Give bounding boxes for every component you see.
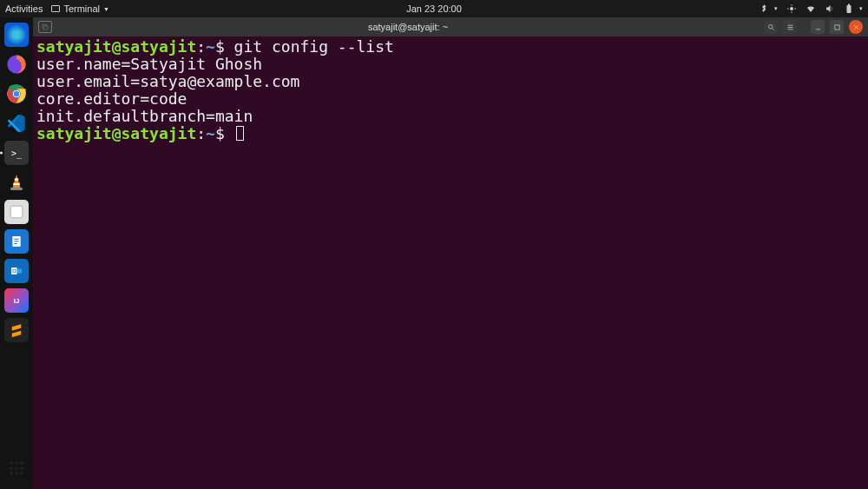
- svg-rect-5: [847, 5, 852, 13]
- minimize-icon: [814, 23, 822, 31]
- dock-files[interactable]: [4, 200, 29, 224]
- svg-rect-28: [16, 467, 18, 470]
- svg-rect-25: [16, 462, 18, 465]
- hamburger-icon: [786, 23, 794, 31]
- dock-writer[interactable]: [4, 229, 29, 254]
- svg-rect-41: [834, 24, 838, 29]
- svg-rect-27: [10, 467, 13, 470]
- svg-line-36: [772, 28, 773, 30]
- maximize-icon: [833, 23, 841, 31]
- svg-rect-31: [16, 472, 18, 475]
- command-text: git config --list: [234, 37, 394, 56]
- chevron-down-icon: ▾: [859, 5, 863, 12]
- dock-outlook[interactable]: O: [4, 259, 29, 283]
- svg-rect-20: [14, 243, 16, 244]
- output-line: user.name=Satyajit Ghosh: [36, 55, 262, 73]
- hamburger-button[interactable]: [783, 20, 797, 34]
- svg-point-12: [14, 91, 20, 97]
- svg-rect-18: [14, 239, 18, 240]
- svg-rect-29: [21, 467, 23, 470]
- titlebar: satyajit@satyajit: ~: [33, 17, 868, 36]
- svg-point-0: [790, 7, 793, 10]
- terminal-content[interactable]: satyajit@satyajit:~$ git config --list u…: [33, 36, 868, 489]
- close-button[interactable]: [849, 20, 863, 34]
- wifi-icon: [806, 3, 816, 14]
- search-icon: [767, 23, 775, 31]
- svg-rect-26: [21, 462, 23, 465]
- dock-firefox[interactable]: [4, 52, 29, 76]
- chevron-down-icon: ▼: [103, 6, 109, 12]
- svg-rect-30: [10, 472, 13, 475]
- prompt-user-host: satyajit@satyajit: [36, 37, 196, 56]
- status-area[interactable]: ▾ ▾: [759, 3, 863, 14]
- svg-rect-15: [10, 188, 23, 190]
- prompt-user-host: satyajit@satyajit: [36, 124, 196, 142]
- search-button[interactable]: [764, 20, 778, 34]
- dock-intellij[interactable]: IJ: [4, 288, 29, 313]
- dock-vlc[interactable]: [4, 170, 29, 195]
- dock-terminal[interactable]: >_: [4, 141, 29, 165]
- svg-rect-13: [15, 179, 19, 181]
- output-line: core.editor=code: [36, 89, 187, 108]
- svg-rect-23: [17, 268, 22, 273]
- dock-chrome[interactable]: [4, 82, 29, 106]
- show-applications-button[interactable]: [4, 456, 29, 480]
- output-line: user.email=satya@example.com: [36, 72, 299, 90]
- new-tab-button[interactable]: [38, 21, 52, 33]
- battery-icon: [844, 3, 854, 14]
- svg-rect-6: [848, 4, 850, 6]
- svg-rect-34: [43, 26, 48, 30]
- dock-edge[interactable]: [4, 23, 29, 47]
- dock-sublime[interactable]: [4, 318, 29, 342]
- svg-rect-32: [21, 472, 23, 475]
- dock: >_ O IJ: [0, 17, 33, 489]
- terminal-window: satyajit@satyajit: ~ satyajit@satyajit:~…: [33, 17, 868, 489]
- app-menu-label: Terminal: [63, 3, 100, 14]
- window-title: satyajit@satyajit: ~: [57, 22, 759, 32]
- svg-rect-16: [10, 206, 23, 218]
- minimize-button[interactable]: [811, 20, 825, 34]
- cursor: [236, 126, 244, 141]
- svg-rect-24: [10, 462, 13, 465]
- maximize-button[interactable]: [830, 20, 844, 34]
- prompt-path: ~: [206, 124, 215, 142]
- app-menu[interactable]: Terminal ▼: [51, 3, 109, 14]
- output-line: init.defaultbranch=main: [36, 107, 253, 125]
- svg-text:O: O: [12, 268, 16, 274]
- clock[interactable]: Jan 23 20:00: [406, 3, 462, 14]
- volume-icon: [825, 3, 835, 14]
- night-light-icon: [786, 3, 797, 14]
- svg-rect-14: [13, 183, 20, 185]
- apps-grid-icon: [9, 460, 24, 476]
- activities-button[interactable]: Activities: [5, 3, 43, 14]
- close-icon: [852, 23, 860, 31]
- svg-point-35: [768, 24, 773, 29]
- desktop: >_ O IJ satyajit@sat: [0, 17, 868, 489]
- top-panel: Activities Terminal ▼ Jan 23 20:00 ▾ ▾: [0, 0, 868, 17]
- chevron-down-icon: ▾: [774, 5, 778, 12]
- svg-rect-19: [14, 241, 18, 241]
- terminal-icon: [51, 5, 60, 12]
- dock-vscode[interactable]: [4, 111, 29, 135]
- new-tab-icon: [42, 23, 49, 30]
- bluetooth-icon: [759, 3, 769, 14]
- prompt-path: ~: [206, 37, 215, 56]
